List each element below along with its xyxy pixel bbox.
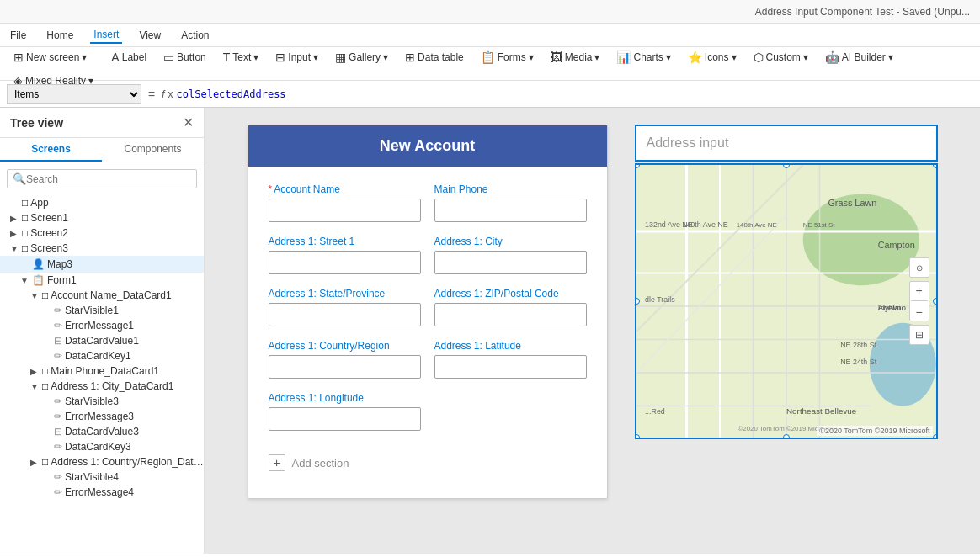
- tree-item-errormsg1[interactable]: ✏ ErrorMessage1: [0, 318, 204, 333]
- map-handle-br[interactable]: [933, 434, 938, 439]
- tab-components[interactable]: Components: [102, 138, 204, 162]
- tree-item-datacardkey3[interactable]: ✏ DataCardKey3: [0, 439, 204, 454]
- form-body: *Account Name Main Phone: [248, 167, 607, 498]
- tree-item-screen2[interactable]: ▶ □ Screen2: [0, 225, 204, 241]
- tree-item-app[interactable]: □ App: [0, 195, 204, 210]
- forms-icon: 📋: [481, 50, 495, 64]
- ai-builder-button[interactable]: 🤖 AI Builder ▾: [818, 47, 900, 67]
- map-handle-mr[interactable]: [933, 298, 938, 305]
- screen1-label: Screen1: [30, 212, 204, 224]
- tab-screens[interactable]: Screens: [0, 138, 102, 162]
- star4-label: StarVisible4: [65, 471, 204, 483]
- sidebar-close-button[interactable]: ✕: [183, 114, 194, 130]
- map-zoom-out-button[interactable]: −: [915, 305, 922, 319]
- screen2-label: Screen2: [30, 227, 204, 239]
- equals-sign: =: [145, 88, 158, 101]
- svg-text:dle Trails: dle Trails: [645, 295, 675, 304]
- right-panel: Address input: [635, 125, 938, 439]
- icons-chevron: ▾: [732, 51, 737, 63]
- custom-chevron: ▾: [803, 51, 808, 63]
- datatable-btn-label: Data table: [418, 51, 464, 63]
- svg-text:NE 28th St: NE 28th St: [840, 341, 876, 349]
- text-button[interactable]: T Text ▾: [216, 47, 266, 67]
- new-screen-label: New screen: [26, 51, 79, 63]
- err3-label: ErrorMessage3: [65, 411, 204, 422]
- forms-button[interactable]: 📋 Forms ▾: [474, 47, 541, 67]
- latitude-input[interactable]: [434, 355, 587, 379]
- map-handle-bc[interactable]: [783, 434, 790, 439]
- tree-item-screen3[interactable]: ▼ □ Screen3: [0, 241, 204, 256]
- tree-item-errormsg4[interactable]: ✏ ErrorMessage4: [0, 485, 204, 500]
- datatable-button[interactable]: ⊞ Data table: [398, 47, 471, 67]
- map-copyright: ©2020 TomTom ©2019 Microsoft: [817, 426, 932, 436]
- forms-btn-label: Forms: [498, 51, 526, 63]
- tree-item-account-name-card[interactable]: ▼ □ Account Name_DataCard1: [0, 288, 204, 303]
- search-icon: 🔍: [13, 172, 26, 185]
- country-input[interactable]: [269, 355, 421, 379]
- tree-item-datacardvalue3[interactable]: ⊟ DataCardValue3: [0, 424, 204, 439]
- menu-action[interactable]: Action: [178, 28, 212, 43]
- map-svg: 132nd Ave NE 140th Ave NE 148th Ave NE N…: [636, 165, 936, 438]
- search-input[interactable]: [26, 173, 191, 185]
- tree-item-starvisible1[interactable]: ✏ StarVisible1: [0, 303, 204, 318]
- form-title: New Account: [380, 137, 475, 154]
- dck1-label: DataCardKey1: [65, 350, 204, 362]
- icons-button[interactable]: ⭐ Icons ▾: [681, 47, 743, 67]
- app-label: App: [30, 197, 204, 209]
- formula-input[interactable]: [177, 84, 973, 104]
- tree-item-errormsg3[interactable]: ✏ ErrorMessage3: [0, 409, 204, 424]
- custom-button[interactable]: ⬡ Custom ▾: [747, 47, 815, 67]
- state-input[interactable]: [269, 303, 421, 326]
- account-name-label: *Account Name: [269, 183, 421, 195]
- star3-label: StarVisible3: [65, 395, 204, 407]
- input-button[interactable]: ⊟ Input ▾: [269, 47, 325, 67]
- tree-item-form1[interactable]: ▼ 📋 Form1: [0, 273, 204, 288]
- charts-button[interactable]: 📊 Charts ▾: [610, 47, 677, 67]
- svg-text:Adelai...: Adelai...: [877, 303, 908, 312]
- new-screen-button[interactable]: ⊞ New screen ▾: [7, 47, 93, 67]
- media-button[interactable]: 🖼 Media ▾: [544, 47, 607, 67]
- tree-item-map3[interactable]: 👤 Map3 •••: [0, 256, 204, 273]
- country-label: Address 1: Country/Region: [269, 340, 421, 352]
- map-controls: ⊙ + − ⊟: [909, 257, 929, 345]
- menu-home[interactable]: Home: [43, 28, 77, 43]
- form1-icon: 📋: [32, 274, 45, 286]
- tree-item-mainphone-card[interactable]: ▶ □ Main Phone_DataCard1: [0, 363, 204, 379]
- text-icon: T: [223, 50, 231, 64]
- address-input-box[interactable]: Address input: [635, 125, 938, 162]
- phone-card-label: Main Phone_DataCard1: [51, 365, 204, 377]
- text-chevron: ▾: [253, 51, 258, 63]
- account-name-input[interactable]: [269, 199, 421, 222]
- menu-view[interactable]: View: [136, 28, 164, 43]
- new-screen-icon: ⊞: [13, 50, 24, 64]
- menu-file[interactable]: File: [7, 28, 29, 43]
- map-handle-tr[interactable]: [933, 163, 938, 168]
- tree-item-starvisible4[interactable]: ✏ StarVisible4: [0, 469, 204, 485]
- tree-item-starvisible3[interactable]: ✏ StarVisible3: [0, 394, 204, 409]
- form-header: New Account: [248, 125, 607, 167]
- star1-label: StarVisible1: [65, 305, 204, 316]
- map-zoom-in-button[interactable]: +: [915, 284, 922, 297]
- map-container[interactable]: 132nd Ave NE 140th Ave NE 148th Ave NE N…: [635, 163, 938, 439]
- item-selector[interactable]: Items: [7, 84, 141, 104]
- form-section: New Account *Account Name: [248, 125, 608, 499]
- map-compass-button[interactable]: ⊙: [909, 257, 929, 278]
- form-card: New Account *Account Name: [248, 125, 608, 499]
- tree-item-datacardkey1[interactable]: ✏ DataCardKey1: [0, 348, 204, 363]
- map-handle-bl[interactable]: [635, 434, 640, 439]
- menu-insert[interactable]: Insert: [90, 27, 122, 44]
- tree-item-city-card[interactable]: ▼ □ Address 1: City_DataCard1: [0, 379, 204, 394]
- street-input[interactable]: [269, 251, 421, 274]
- city-input[interactable]: [434, 251, 587, 274]
- add-section[interactable]: + Add section: [269, 444, 587, 481]
- gallery-button[interactable]: ▦ Gallery ▾: [328, 47, 395, 67]
- longitude-input[interactable]: [269, 407, 421, 431]
- button-button[interactable]: ▭ Button: [157, 47, 213, 67]
- tree-item-datacardvalue1[interactable]: ⊟ DataCardValue1: [0, 333, 204, 348]
- tree-item-screen1[interactable]: ▶ □ Screen1: [0, 210, 204, 225]
- label-button[interactable]: A Label: [104, 47, 153, 67]
- tree-item-country-card[interactable]: ▶ □ Address 1: Country/Region_DataCard..…: [0, 454, 204, 469]
- zip-input[interactable]: [434, 303, 587, 326]
- map-layers-button[interactable]: ⊟: [909, 325, 929, 345]
- main-phone-input[interactable]: [434, 199, 587, 222]
